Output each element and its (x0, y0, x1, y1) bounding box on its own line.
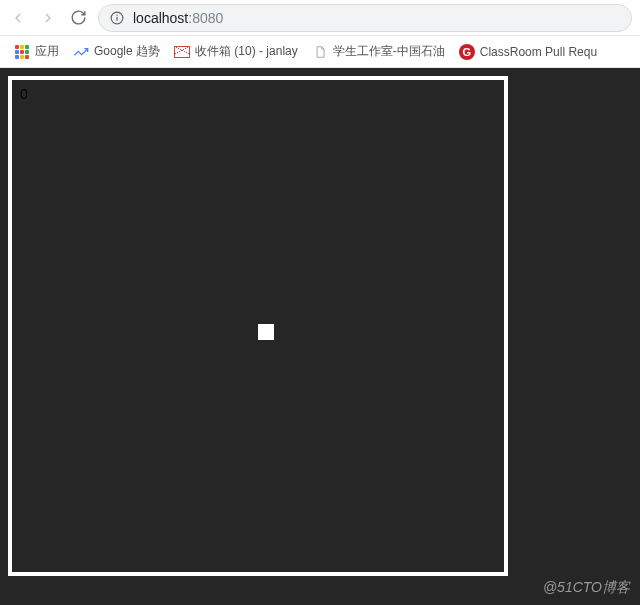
site-info-button[interactable] (109, 10, 125, 26)
gmail-icon (174, 44, 190, 60)
game-canvas[interactable]: 0 (8, 76, 508, 576)
bookmark-gmail[interactable]: 收件箱 (10) - janlay (170, 41, 302, 62)
bookmarks-bar: 应用 Google 趋势 收件箱 (10) - janlay 学生工作室-中国石… (0, 36, 640, 68)
info-icon (110, 11, 124, 25)
bookmark-google-trends[interactable]: Google 趋势 (69, 41, 164, 62)
bookmark-label: 应用 (35, 43, 59, 60)
url-host: localhost (133, 10, 188, 26)
reload-button[interactable] (68, 8, 88, 28)
bookmark-gitee-classroom[interactable]: G ClassRoom Pull Requ (455, 42, 601, 62)
forward-button[interactable] (38, 8, 58, 28)
trends-icon (73, 44, 89, 60)
bookmark-label: Google 趋势 (94, 43, 160, 60)
url-port: :8080 (188, 10, 223, 26)
snake-food (258, 324, 274, 340)
bookmark-student-studio[interactable]: 学生工作室-中国石油 (308, 41, 449, 62)
back-button[interactable] (8, 8, 28, 28)
arrow-right-icon (40, 10, 56, 26)
browser-chrome: localhost:8080 应用 Google 趋势 收件箱 (10) - j… (0, 0, 640, 68)
bookmark-label: 学生工作室-中国石油 (333, 43, 445, 60)
svg-rect-2 (116, 14, 117, 15)
reload-icon (70, 9, 87, 26)
score-display: 0 (20, 86, 28, 102)
gitee-icon: G (459, 44, 475, 60)
apps-icon (14, 44, 30, 60)
page-viewport: 0 @51CTO博客 (0, 68, 640, 605)
bookmark-apps[interactable]: 应用 (10, 41, 63, 62)
address-bar[interactable]: localhost:8080 (98, 4, 632, 32)
arrow-left-icon (10, 10, 26, 26)
url-text: localhost:8080 (133, 10, 223, 26)
watermark-text: @51CTO博客 (543, 579, 630, 597)
browser-toolbar: localhost:8080 (0, 0, 640, 36)
bookmark-label: ClassRoom Pull Requ (480, 45, 597, 59)
document-icon (312, 44, 328, 60)
bookmark-label: 收件箱 (10) - janlay (195, 43, 298, 60)
svg-rect-1 (116, 16, 117, 20)
